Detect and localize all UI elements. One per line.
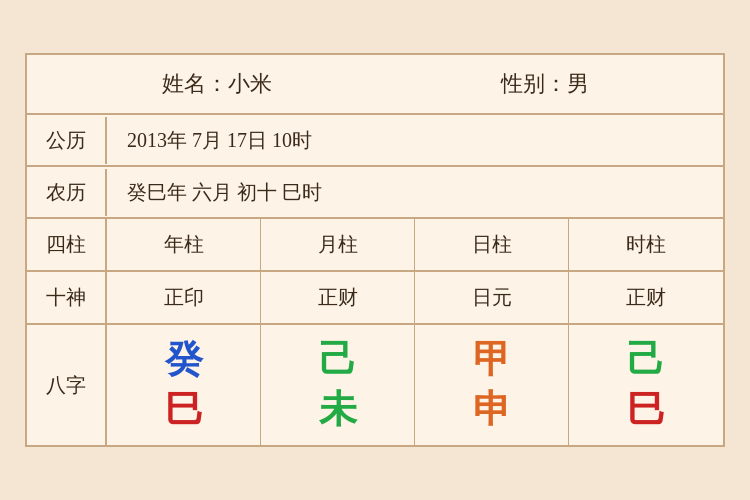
solar-row: 公历 2013年 7月 17日 10时	[27, 115, 723, 167]
lunar-row: 农历 癸巳年 六月 初十 巳时	[27, 167, 723, 219]
sizhu-cell-0: 年柱	[107, 219, 261, 270]
shishen-row: 十神 正印 正财 日元 正财	[27, 272, 723, 325]
main-container: 姓名：小米 性别：男 公历 2013年 7月 17日 10时 农历 癸巳年 六月…	[25, 53, 725, 447]
bazi-label: 八字	[27, 325, 107, 445]
sizhu-cells: 年柱 月柱 日柱 时柱	[107, 219, 723, 270]
shishen-cell-3: 正财	[569, 272, 723, 323]
bazi-cell-1: 己未	[261, 325, 415, 445]
bazi-top-0: 癸	[165, 339, 203, 381]
sizhu-row: 四柱 年柱 月柱 日柱 时柱	[27, 219, 723, 272]
shishen-cell-2: 日元	[415, 272, 569, 323]
sizhu-cell-1: 月柱	[261, 219, 415, 270]
bazi-bottom-1: 未	[319, 389, 357, 431]
shishen-cells: 正印 正财 日元 正财	[107, 272, 723, 323]
shishen-cell-0: 正印	[107, 272, 261, 323]
gender-label: 性别：男	[501, 69, 589, 99]
sizhu-cell-2: 日柱	[415, 219, 569, 270]
bazi-bottom-2: 申	[473, 389, 511, 431]
shishen-label: 十神	[27, 272, 107, 323]
bazi-top-3: 己	[627, 339, 665, 381]
sizhu-cell-3: 时柱	[569, 219, 723, 270]
bazi-cell-0: 癸巳	[107, 325, 261, 445]
lunar-value: 癸巳年 六月 初十 巳时	[107, 169, 723, 216]
bazi-cells: 癸巳己未甲申己巳	[107, 325, 723, 445]
bazi-top-2: 甲	[473, 339, 511, 381]
bazi-bottom-3: 巳	[627, 389, 665, 431]
header-row: 姓名：小米 性别：男	[27, 55, 723, 115]
shishen-cell-1: 正财	[261, 272, 415, 323]
bazi-bottom-0: 巳	[165, 389, 203, 431]
lunar-label: 农历	[27, 169, 107, 216]
sizhu-label: 四柱	[27, 219, 107, 270]
bazi-cell-2: 甲申	[415, 325, 569, 445]
solar-value: 2013年 7月 17日 10时	[107, 117, 723, 164]
bazi-cell-3: 己巳	[569, 325, 723, 445]
solar-label: 公历	[27, 117, 107, 164]
bazi-top-1: 己	[319, 339, 357, 381]
name-label: 姓名：小米	[162, 69, 272, 99]
bazi-row: 八字 癸巳己未甲申己巳	[27, 325, 723, 445]
